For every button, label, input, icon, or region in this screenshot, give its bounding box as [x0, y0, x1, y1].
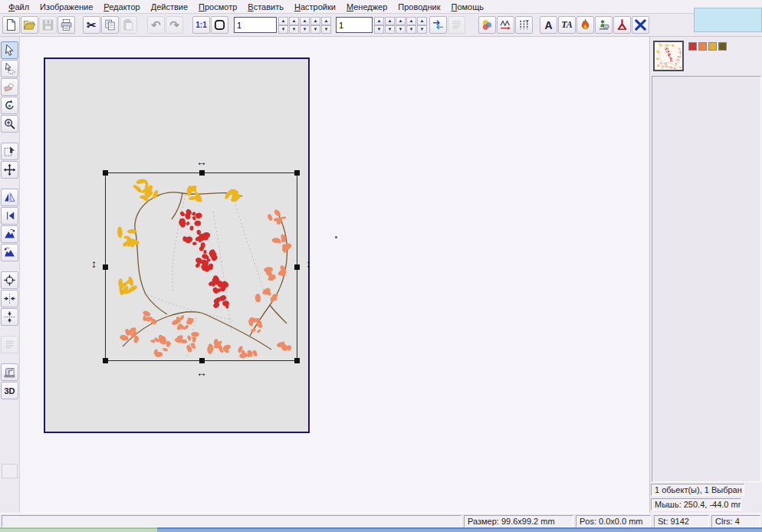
new-button[interactable] — [2, 16, 20, 34]
design-selection[interactable]: ↔ ↔ ↕ ↕ — [105, 172, 297, 361]
menu-редактор[interactable]: Редактор — [98, 2, 145, 12]
menu-действие[interactable]: Действие — [146, 2, 193, 12]
open-button[interactable] — [21, 16, 38, 34]
x-spin-down[interactable]: ▼ — [278, 25, 288, 34]
print-icon — [60, 18, 73, 31]
handle-se[interactable] — [294, 358, 300, 363]
x-spin-down[interactable]: ▼ — [289, 25, 299, 34]
cut-button[interactable]: ✂ — [83, 16, 100, 34]
y-spin-up[interactable]: ▲ — [396, 17, 406, 25]
text-tool-button[interactable]: A — [540, 16, 557, 34]
sewing-simulator-button[interactable] — [1, 363, 18, 381]
lasso-select-button[interactable] — [1, 60, 18, 77]
stretch-horizontal-icon[interactable]: ↔ — [196, 157, 207, 166]
y-spin-up[interactable]: ▲ — [406, 17, 416, 25]
menu-просмотр[interactable]: Просмотр — [193, 2, 242, 12]
y-spin-up[interactable]: ▲ — [374, 17, 384, 25]
menu-файл[interactable]: Файл — [3, 2, 34, 12]
x-spin-up[interactable]: ▲ — [300, 17, 310, 25]
hoop-icon — [213, 18, 226, 31]
y-spin-down[interactable]: ▼ — [385, 25, 395, 34]
monogram-tool-button[interactable]: TA — [558, 16, 576, 34]
status-empty — [2, 515, 461, 527]
zoom-in-button[interactable] — [1, 115, 18, 133]
menu-настройки[interactable]: Настройки — [289, 2, 341, 12]
thread-color-3[interactable] — [708, 42, 717, 51]
x-spin-up[interactable]: ▲ — [310, 17, 320, 25]
stretch-horizontal-icon[interactable]: ↔ — [196, 368, 207, 377]
menu-помощь[interactable]: Помощь — [446, 2, 490, 12]
flame-tool-button[interactable] — [576, 16, 594, 34]
x-spin-down[interactable]: ▼ — [300, 25, 310, 34]
center-both-button[interactable] — [1, 271, 18, 289]
design-thumbnail[interactable] — [653, 41, 684, 71]
stitch-generator-button[interactable] — [497, 16, 514, 34]
handle-nw[interactable] — [103, 170, 108, 176]
thread-color-2[interactable] — [698, 42, 707, 51]
handle-e[interactable] — [294, 264, 300, 270]
hoop-button[interactable] — [211, 16, 228, 34]
transform-button[interactable] — [1, 143, 18, 160]
x-spin-up[interactable]: ▲ — [321, 17, 331, 25]
stamp-tool-button[interactable] — [595, 16, 613, 34]
eraser-button[interactable] — [1, 78, 18, 96]
plugin-tool-button[interactable] — [613, 16, 631, 34]
view-3d-button[interactable]: 3D — [1, 382, 18, 399]
menu-вставить[interactable]: Вставить — [242, 2, 289, 12]
save-button — [39, 16, 57, 34]
handle-sw[interactable] — [103, 358, 108, 363]
x-spin-up[interactable]: ▲ — [278, 17, 288, 25]
design-page: ↔ ↔ ↕ ↕ — [44, 57, 310, 433]
move-icon — [3, 163, 16, 176]
text-tool-icon: A — [544, 19, 552, 31]
close-tool-button[interactable] — [632, 16, 649, 34]
density-button[interactable] — [515, 16, 533, 34]
redraw-button[interactable] — [478, 16, 496, 34]
center-vertical-button[interactable] — [1, 308, 18, 326]
y-spin-up[interactable]: ▲ — [417, 17, 427, 25]
copy-icon — [103, 18, 117, 31]
mirror-vertical-button[interactable] — [1, 207, 18, 225]
object-list-area[interactable] — [652, 76, 761, 482]
properties-icon — [3, 338, 16, 351]
handle-s[interactable] — [199, 358, 205, 363]
y-spin-down[interactable]: ▼ — [374, 25, 384, 34]
y-spin-up[interactable]: ▲ — [385, 17, 395, 25]
center-both-icon — [3, 274, 16, 287]
y-spin-down[interactable]: ▼ — [417, 25, 427, 34]
close-tool-icon — [634, 18, 647, 31]
work-canvas[interactable]: ↔ ↔ ↕ ↕ — [20, 37, 649, 514]
print-button[interactable] — [57, 16, 75, 34]
x-spin-down[interactable]: ▼ — [310, 25, 320, 34]
skew-left-button[interactable] — [1, 225, 18, 243]
thread-color-4[interactable] — [718, 42, 727, 51]
handle-w[interactable] — [103, 264, 108, 270]
skew-right-button[interactable] — [1, 244, 18, 261]
rotate-button[interactable] — [1, 97, 18, 114]
y-spin-down[interactable]: ▼ — [396, 25, 406, 34]
stretch-vertical-icon[interactable]: ↕ — [306, 259, 311, 268]
move-button[interactable] — [1, 161, 18, 179]
zoom-1to1-button[interactable]: 1:1 — [192, 16, 210, 34]
mirror-horizontal-button[interactable] — [1, 189, 18, 206]
handle-n[interactable] — [199, 170, 205, 176]
swap-design-button[interactable] — [429, 16, 447, 34]
x-spinners: ▲▼▲▼▲▼▲▼▲▼ — [278, 17, 332, 34]
x-spin-down[interactable]: ▼ — [321, 25, 331, 34]
copy-button[interactable] — [101, 16, 119, 34]
select-button[interactable] — [1, 41, 18, 59]
status-bar: Размер: 99.6x99.2 mm Pos: 0.0x0.0 mm St:… — [0, 513, 762, 527]
menu-менеджер[interactable]: Менеджер — [341, 2, 392, 12]
paste-icon — [122, 18, 135, 31]
center-horizontal-button[interactable] — [1, 290, 18, 307]
thread-color-1[interactable] — [688, 42, 697, 51]
x-spin-up[interactable]: ▲ — [289, 17, 299, 25]
menu-изображение[interactable]: Изображение — [34, 2, 98, 12]
handle-ne[interactable] — [294, 170, 300, 176]
stretch-vertical-icon[interactable]: ↕ — [91, 259, 97, 268]
y-spin-down[interactable]: ▼ — [406, 25, 416, 34]
menu-проводник[interactable]: Проводник — [392, 2, 445, 12]
repeat-x-input[interactable] — [234, 17, 277, 33]
repeat-y-input[interactable] — [336, 17, 373, 33]
undo-button: ↶ — [147, 16, 165, 34]
